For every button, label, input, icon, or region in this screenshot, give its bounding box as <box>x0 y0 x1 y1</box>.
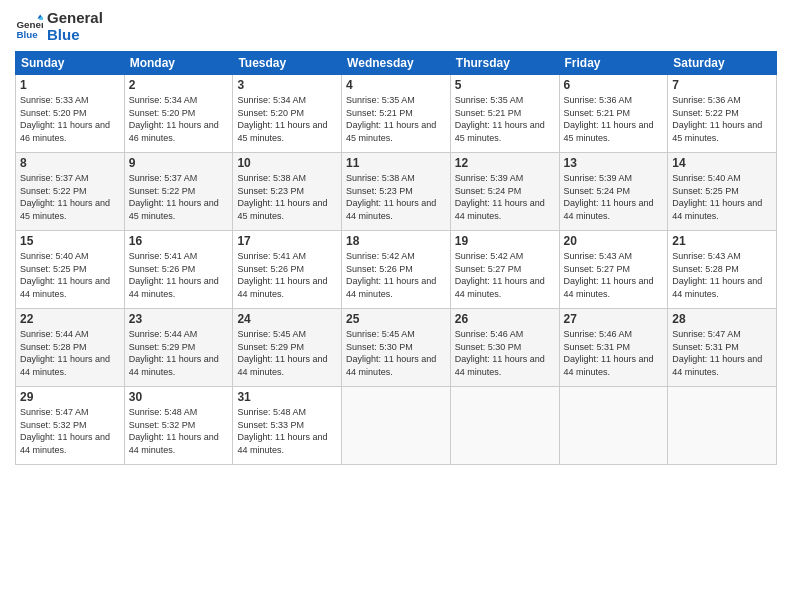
header: General Blue General Blue <box>15 10 777 43</box>
day-header-wednesday: Wednesday <box>342 52 451 75</box>
calendar-cell: 8 Sunrise: 5:37 AMSunset: 5:22 PMDayligh… <box>16 153 125 231</box>
day-number: 27 <box>564 312 664 326</box>
cell-content: Sunrise: 5:39 AMSunset: 5:24 PMDaylight:… <box>455 172 555 222</box>
week-row-3: 15 Sunrise: 5:40 AMSunset: 5:25 PMDaylig… <box>16 231 777 309</box>
logo-icon: General Blue <box>15 13 43 41</box>
day-number: 7 <box>672 78 772 92</box>
calendar-cell: 18 Sunrise: 5:42 AMSunset: 5:26 PMDaylig… <box>342 231 451 309</box>
calendar-cell <box>559 387 668 465</box>
svg-text:Blue: Blue <box>16 28 38 39</box>
calendar-cell <box>668 387 777 465</box>
calendar-cell: 26 Sunrise: 5:46 AMSunset: 5:30 PMDaylig… <box>450 309 559 387</box>
cell-content: Sunrise: 5:35 AMSunset: 5:21 PMDaylight:… <box>455 94 555 144</box>
calendar-cell <box>450 387 559 465</box>
calendar-cell: 13 Sunrise: 5:39 AMSunset: 5:24 PMDaylig… <box>559 153 668 231</box>
calendar-cell: 3 Sunrise: 5:34 AMSunset: 5:20 PMDayligh… <box>233 75 342 153</box>
calendar-cell: 23 Sunrise: 5:44 AMSunset: 5:29 PMDaylig… <box>124 309 233 387</box>
cell-content: Sunrise: 5:45 AMSunset: 5:29 PMDaylight:… <box>237 328 337 378</box>
cell-content: Sunrise: 5:47 AMSunset: 5:32 PMDaylight:… <box>20 406 120 456</box>
cell-content: Sunrise: 5:47 AMSunset: 5:31 PMDaylight:… <box>672 328 772 378</box>
day-number: 5 <box>455 78 555 92</box>
day-number: 21 <box>672 234 772 248</box>
day-number: 29 <box>20 390 120 404</box>
day-number: 26 <box>455 312 555 326</box>
calendar-cell: 29 Sunrise: 5:47 AMSunset: 5:32 PMDaylig… <box>16 387 125 465</box>
cell-content: Sunrise: 5:40 AMSunset: 5:25 PMDaylight:… <box>20 250 120 300</box>
day-header-thursday: Thursday <box>450 52 559 75</box>
calendar-cell: 9 Sunrise: 5:37 AMSunset: 5:22 PMDayligh… <box>124 153 233 231</box>
week-row-4: 22 Sunrise: 5:44 AMSunset: 5:28 PMDaylig… <box>16 309 777 387</box>
cell-content: Sunrise: 5:39 AMSunset: 5:24 PMDaylight:… <box>564 172 664 222</box>
cell-content: Sunrise: 5:34 AMSunset: 5:20 PMDaylight:… <box>237 94 337 144</box>
day-number: 30 <box>129 390 229 404</box>
page: General Blue General Blue SundayMondayTu… <box>0 0 792 612</box>
day-header-saturday: Saturday <box>668 52 777 75</box>
day-number: 18 <box>346 234 446 248</box>
cell-content: Sunrise: 5:38 AMSunset: 5:23 PMDaylight:… <box>346 172 446 222</box>
calendar-table: SundayMondayTuesdayWednesdayThursdayFrid… <box>15 51 777 465</box>
cell-content: Sunrise: 5:36 AMSunset: 5:21 PMDaylight:… <box>564 94 664 144</box>
cell-content: Sunrise: 5:42 AMSunset: 5:27 PMDaylight:… <box>455 250 555 300</box>
day-number: 13 <box>564 156 664 170</box>
week-row-1: 1 Sunrise: 5:33 AMSunset: 5:20 PMDayligh… <box>16 75 777 153</box>
day-number: 11 <box>346 156 446 170</box>
calendar-cell: 15 Sunrise: 5:40 AMSunset: 5:25 PMDaylig… <box>16 231 125 309</box>
cell-content: Sunrise: 5:43 AMSunset: 5:27 PMDaylight:… <box>564 250 664 300</box>
day-number: 16 <box>129 234 229 248</box>
logo-blue: Blue <box>47 27 103 44</box>
cell-content: Sunrise: 5:37 AMSunset: 5:22 PMDaylight:… <box>129 172 229 222</box>
day-number: 15 <box>20 234 120 248</box>
cell-content: Sunrise: 5:41 AMSunset: 5:26 PMDaylight:… <box>129 250 229 300</box>
day-number: 17 <box>237 234 337 248</box>
day-number: 28 <box>672 312 772 326</box>
cell-content: Sunrise: 5:45 AMSunset: 5:30 PMDaylight:… <box>346 328 446 378</box>
calendar-cell: 24 Sunrise: 5:45 AMSunset: 5:29 PMDaylig… <box>233 309 342 387</box>
day-number: 1 <box>20 78 120 92</box>
day-number: 19 <box>455 234 555 248</box>
cell-content: Sunrise: 5:42 AMSunset: 5:26 PMDaylight:… <box>346 250 446 300</box>
cell-content: Sunrise: 5:33 AMSunset: 5:20 PMDaylight:… <box>20 94 120 144</box>
cell-content: Sunrise: 5:40 AMSunset: 5:25 PMDaylight:… <box>672 172 772 222</box>
calendar-cell: 17 Sunrise: 5:41 AMSunset: 5:26 PMDaylig… <box>233 231 342 309</box>
calendar-cell: 14 Sunrise: 5:40 AMSunset: 5:25 PMDaylig… <box>668 153 777 231</box>
calendar-cell: 30 Sunrise: 5:48 AMSunset: 5:32 PMDaylig… <box>124 387 233 465</box>
cell-content: Sunrise: 5:46 AMSunset: 5:31 PMDaylight:… <box>564 328 664 378</box>
day-header-monday: Monday <box>124 52 233 75</box>
logo-general: General <box>47 10 103 27</box>
calendar-cell: 16 Sunrise: 5:41 AMSunset: 5:26 PMDaylig… <box>124 231 233 309</box>
cell-content: Sunrise: 5:37 AMSunset: 5:22 PMDaylight:… <box>20 172 120 222</box>
calendar-cell: 7 Sunrise: 5:36 AMSunset: 5:22 PMDayligh… <box>668 75 777 153</box>
calendar-cell: 28 Sunrise: 5:47 AMSunset: 5:31 PMDaylig… <box>668 309 777 387</box>
cell-content: Sunrise: 5:34 AMSunset: 5:20 PMDaylight:… <box>129 94 229 144</box>
cell-content: Sunrise: 5:44 AMSunset: 5:29 PMDaylight:… <box>129 328 229 378</box>
calendar-cell: 5 Sunrise: 5:35 AMSunset: 5:21 PMDayligh… <box>450 75 559 153</box>
calendar-cell: 6 Sunrise: 5:36 AMSunset: 5:21 PMDayligh… <box>559 75 668 153</box>
cell-content: Sunrise: 5:46 AMSunset: 5:30 PMDaylight:… <box>455 328 555 378</box>
logo: General Blue General Blue <box>15 10 103 43</box>
day-number: 9 <box>129 156 229 170</box>
day-number: 12 <box>455 156 555 170</box>
calendar-cell: 4 Sunrise: 5:35 AMSunset: 5:21 PMDayligh… <box>342 75 451 153</box>
cell-content: Sunrise: 5:48 AMSunset: 5:33 PMDaylight:… <box>237 406 337 456</box>
day-number: 22 <box>20 312 120 326</box>
day-header-sunday: Sunday <box>16 52 125 75</box>
cell-content: Sunrise: 5:36 AMSunset: 5:22 PMDaylight:… <box>672 94 772 144</box>
day-header-tuesday: Tuesday <box>233 52 342 75</box>
day-number: 10 <box>237 156 337 170</box>
day-number: 4 <box>346 78 446 92</box>
cell-content: Sunrise: 5:43 AMSunset: 5:28 PMDaylight:… <box>672 250 772 300</box>
calendar-cell: 21 Sunrise: 5:43 AMSunset: 5:28 PMDaylig… <box>668 231 777 309</box>
calendar-cell: 22 Sunrise: 5:44 AMSunset: 5:28 PMDaylig… <box>16 309 125 387</box>
day-number: 24 <box>237 312 337 326</box>
calendar-cell: 12 Sunrise: 5:39 AMSunset: 5:24 PMDaylig… <box>450 153 559 231</box>
day-number: 3 <box>237 78 337 92</box>
day-number: 8 <box>20 156 120 170</box>
calendar-cell: 2 Sunrise: 5:34 AMSunset: 5:20 PMDayligh… <box>124 75 233 153</box>
day-number: 2 <box>129 78 229 92</box>
week-row-2: 8 Sunrise: 5:37 AMSunset: 5:22 PMDayligh… <box>16 153 777 231</box>
calendar-cell: 1 Sunrise: 5:33 AMSunset: 5:20 PMDayligh… <box>16 75 125 153</box>
cell-content: Sunrise: 5:35 AMSunset: 5:21 PMDaylight:… <box>346 94 446 144</box>
calendar-cell: 19 Sunrise: 5:42 AMSunset: 5:27 PMDaylig… <box>450 231 559 309</box>
day-number: 14 <box>672 156 772 170</box>
day-number: 20 <box>564 234 664 248</box>
